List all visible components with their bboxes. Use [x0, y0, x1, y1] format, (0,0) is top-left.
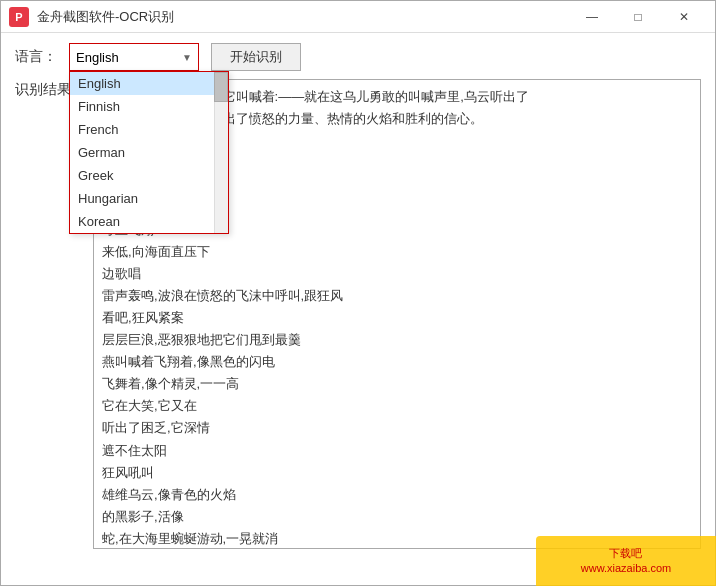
dropdown-item-label: German — [78, 145, 125, 160]
app-icon: P — [9, 7, 29, 27]
close-button[interactable]: ✕ — [661, 1, 707, 33]
toolbar-row: 语言： English ▼ English Finnish French — [15, 43, 701, 71]
language-label: 语言： — [15, 48, 57, 66]
dropdown-item-english[interactable]: English — [70, 72, 228, 95]
dropdown-item-label: English — [78, 76, 121, 91]
dropdown-scroll-thumb — [214, 72, 228, 102]
language-dropdown-list: English Finnish French German Greek — [69, 71, 229, 234]
dropdown-scrollbar[interactable] — [214, 72, 228, 233]
start-recognition-button[interactable]: 开始识别 — [211, 43, 301, 71]
dropdown-arrow-icon: ▼ — [182, 52, 192, 63]
maximize-button[interactable]: □ — [615, 1, 661, 33]
dropdown-item-label: Korean — [78, 214, 120, 229]
dropdown-item-label: French — [78, 122, 118, 137]
watermark-bar: 下载吧 www.xiazaiba.com — [536, 536, 716, 586]
dropdown-item-korean[interactable]: Korean — [70, 210, 228, 233]
dropdown-item-label: Finnish — [78, 99, 120, 114]
minimize-button[interactable]: — — [569, 1, 615, 33]
titlebar: P 金舟截图软件-OCR识别 — □ ✕ — [1, 1, 715, 33]
language-select[interactable]: English ▼ — [69, 43, 199, 71]
watermark-text: 下载吧 www.xiazaiba.com — [581, 546, 671, 577]
dropdown-item-label: Greek — [78, 168, 113, 183]
dropdown-item-hungarian[interactable]: Hungarian — [70, 187, 228, 210]
dropdown-item-finnish[interactable]: Finnish — [70, 95, 228, 118]
language-dropdown-wrapper: English ▼ English Finnish French Germa — [69, 43, 199, 71]
main-content: 语言： English ▼ English Finnish French — [1, 33, 715, 585]
dropdown-item-french[interactable]: French — [70, 118, 228, 141]
dropdown-item-greek[interactable]: Greek — [70, 164, 228, 187]
dropdown-item-german[interactable]: German — [70, 141, 228, 164]
dropdown-item-label: Hungarian — [78, 191, 138, 206]
main-window: P 金舟截图软件-OCR识别 — □ ✕ 语言： English ▼ Engli… — [0, 0, 716, 586]
language-selected-value: English — [76, 50, 119, 65]
window-title: 金舟截图软件-OCR识别 — [37, 8, 569, 26]
titlebar-controls: — □ ✕ — [569, 1, 707, 33]
